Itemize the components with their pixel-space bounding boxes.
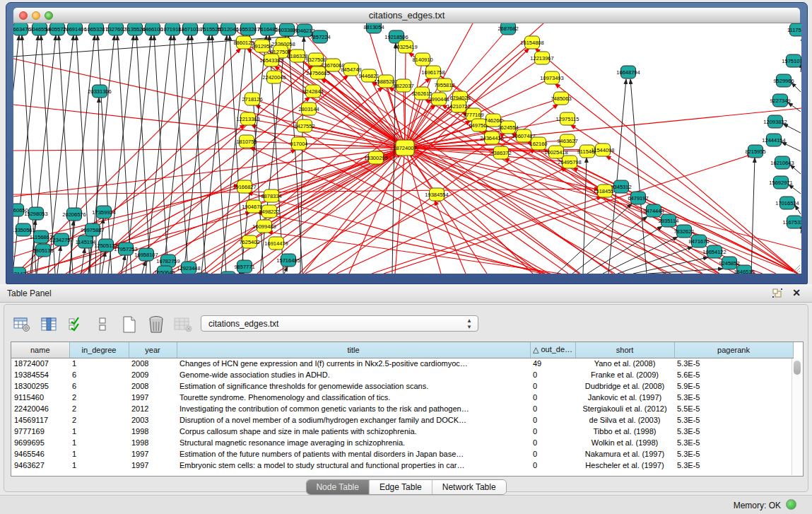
resize-grip-icon[interactable]: [791, 263, 801, 273]
graph-node-1145194[interactable]: 1145194: [76, 235, 96, 248]
column-header-title[interactable]: title: [177, 342, 530, 358]
tab-network-table[interactable]: Network Table: [433, 480, 506, 494]
graph-node-16210643[interactable]: 16210643: [770, 156, 794, 169]
column-header-name[interactable]: name: [11, 342, 69, 358]
float-window-icon[interactable]: [772, 288, 782, 298]
citation-network-graph[interactable]: 1663476904655414055724206914061065328713…: [13, 23, 801, 274]
column-header-in_degree[interactable]: in_degree: [69, 342, 129, 358]
graph-node-3624554[interactable]: 3624554: [498, 121, 518, 134]
graph-node-9529966[interactable]: 9529966: [773, 74, 794, 87]
table-row[interactable]: 977716911998Corpus callosum shape and si…: [11, 426, 793, 437]
graph-node-18724007[interactable]: 18724007: [393, 140, 416, 156]
graph-node-9227349[interactable]: 9227349: [770, 94, 790, 107]
graph-window-titlebar[interactable]: citations_edges.txt: [13, 8, 800, 23]
graph-node-7955812[interactable]: 7955812: [434, 78, 454, 91]
graph-node-2687682[interactable]: 2687682: [498, 23, 518, 35]
delete-table-icon[interactable]: [147, 316, 165, 333]
close-icon[interactable]: ✕: [792, 287, 801, 298]
table-selector-dropdown[interactable]: citations_edges.txt ▲▼: [201, 315, 478, 332]
graph-node-9498222[interactable]: 9498222: [259, 205, 279, 218]
graph-node-8215955[interactable]: 8215955: [745, 145, 765, 158]
table-scrollbar-thumb[interactable]: [794, 361, 801, 375]
graph-node-8186328[interactable]: 8186328: [287, 49, 307, 62]
table-row[interactable]: 946362711997Embryonic stem cells: a mode…: [11, 460, 793, 471]
column-header-out_de[interactable]: △ out_de…: [530, 342, 575, 358]
table-settings-icon[interactable]: [13, 316, 31, 333]
merge-tables-icon[interactable]: [93, 316, 112, 333]
graph-node-9474444[interactable]: 9474444: [643, 204, 664, 217]
column-header-short[interactable]: short: [575, 342, 674, 358]
network-view-canvas[interactable]: 1663476904655414055724206914061065328713…: [13, 23, 801, 274]
graph-node-6466100[interactable]: 6466100: [142, 23, 163, 35]
graph-node-15716485[interactable]: 15716485: [276, 254, 300, 267]
select-columns-icon[interactable]: [40, 316, 58, 333]
graph-node-12923448[interactable]: 12923448: [177, 262, 200, 274]
table-row[interactable]: 2242004622012Investigating the contribut…: [11, 403, 793, 414]
node-table[interactable]: namein_degreeyeartitle△ out_de…shortpage…: [11, 341, 804, 477]
graph-node-9345312[interactable]: 9345312: [611, 180, 631, 193]
graph-node-1327602[interactable]: 1327602: [105, 23, 126, 35]
select-rows-icon[interactable]: [66, 316, 85, 333]
graph-nodes[interactable]: 1663476904655414055724206914061065328713…: [13, 23, 801, 274]
graph-node-15751074[interactable]: 15751074: [782, 54, 801, 67]
table-row[interactable]: 946554611997Estimation of the future num…: [11, 448, 793, 460]
graph-node-9857771[interactable]: 9857771: [234, 260, 254, 273]
graph-node-10973493[interactable]: 10973493: [540, 71, 563, 84]
table-row[interactable]: 1872400712008Changes of HCN gene express…: [11, 358, 793, 369]
table-row[interactable]: 1456911722003Disruption of a novel membe…: [11, 414, 793, 426]
graph-node-1990448[interactable]: 1990448: [428, 93, 449, 105]
column-header-year[interactable]: year: [129, 342, 177, 358]
graph-node-17359924[interactable]: 17359924: [92, 206, 115, 218]
tab-node-table[interactable]: Node Table: [306, 480, 370, 494]
graph-node-7386372[interactable]: 7386372: [490, 146, 511, 159]
graph-node-5905135[interactable]: 5905135: [33, 244, 53, 257]
graph-node-8140910[interactable]: 8140910: [412, 53, 433, 66]
graph-node-12093832[interactable]: 12093832: [763, 115, 787, 128]
table-row[interactable]: 911546021997Tourette syndrome. Phenomeno…: [11, 392, 793, 403]
table-scrollbar[interactable]: [792, 358, 802, 475]
graph-node-14671038[interactable]: 14671038: [178, 23, 201, 35]
graph-node-8912954[interactable]: 8912954: [252, 40, 272, 52]
graph-node-16154808[interactable]: 16154808: [520, 36, 543, 49]
table-header-row[interactable]: namein_degreeyeartitle△ out_de…shortpage…: [11, 342, 793, 358]
graph-node-2935114[interactable]: 2935114: [659, 214, 679, 227]
graph-node-16914479[interactable]: 16914479: [264, 237, 288, 250]
graph-node-9463627[interactable]: 9463627: [557, 134, 577, 147]
graph-node-9831421[interactable]: 9831421: [13, 267, 29, 274]
graph-node-15692971[interactable]: 15692971: [769, 176, 792, 189]
graph-node-16958107[interactable]: 16958107: [134, 248, 158, 261]
graph-node-1663476[interactable]: 1663476: [13, 23, 31, 35]
graph-node-7857224[interactable]: 7857224: [310, 30, 330, 43]
graph-node-8860123[interactable]: 8860123: [233, 36, 254, 49]
graph-node-8813054[interactable]: 8813054: [363, 23, 384, 33]
graph-node-20691406[interactable]: 20691406: [63, 23, 86, 35]
graph-node-10653287[interactable]: 10653287: [84, 23, 107, 35]
graph-node-162160[interactable]: 162160: [529, 137, 547, 150]
graph-node-8427552[interactable]: 8427552: [294, 119, 314, 132]
graph-node-12544121[interactable]: 12544121: [216, 271, 240, 274]
graph-node-12213967[interactable]: 12213967: [530, 52, 553, 64]
delete-column-icon[interactable]: [174, 316, 192, 333]
graph-node-9245852[interactable]: 9245852: [719, 257, 739, 269]
graph-node-6479197[interactable]: 6479197: [628, 192, 648, 204]
graph-node-8471676[interactable]: 8471676: [688, 235, 709, 247]
graph-node-12444154[interactable]: 12444154: [762, 134, 785, 146]
graph-node-9242844[interactable]: 9242844: [302, 85, 323, 98]
graph-node-17016534[interactable]: 17016534: [775, 197, 799, 209]
graph-node-12975115[interactable]: 12975115: [556, 112, 579, 125]
table-row[interactable]: 1830029562008Estimation of significance …: [11, 380, 793, 392]
graph-node-8312046[interactable]: 8312046: [218, 23, 238, 35]
graph-node-2803144[interactable]: 2803144: [298, 103, 319, 115]
graph-node-917004[interactable]: 917004: [290, 137, 307, 150]
graph-node-19166827[interactable]: 19166827: [233, 180, 256, 193]
new-table-icon[interactable]: [120, 316, 139, 333]
graph-node-1810755[interactable]: 1810755: [236, 135, 257, 148]
graph-node-20206576[interactable]: 20206576: [62, 208, 86, 221]
column-header-pagerank[interactable]: pagerank: [674, 342, 793, 358]
graph-node-1117533[interactable]: 1117533: [787, 23, 801, 36]
graph-node-2718126[interactable]: 2718126: [242, 93, 262, 105]
table-row[interactable]: 1938455462009Genome-wide association stu…: [11, 369, 793, 380]
graph-node-7485063[interactable]: 7485063: [551, 92, 571, 105]
graph-node-8878334[interactable]: 8878334: [261, 189, 281, 202]
table-row[interactable]: 969969511998Structural magnetic resonanc…: [11, 437, 793, 448]
